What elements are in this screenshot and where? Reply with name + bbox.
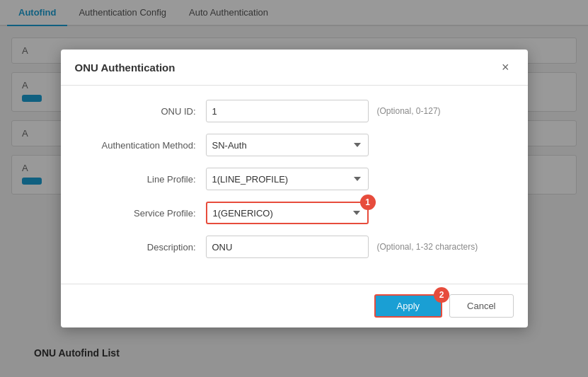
line-profile-row: Line Profile: 1(LINE_PROFILE): [82, 168, 507, 190]
onu-id-row: ONU ID: (Optional, 0-127): [82, 100, 507, 122]
apply-button[interactable]: Apply: [374, 294, 443, 318]
modal-footer: Apply 2 Cancel: [61, 284, 528, 327]
onu-id-label: ONU ID:: [82, 106, 206, 117]
service-profile-wrapper: 1(GENERICO) 1: [206, 202, 369, 224]
modal-overlay: ONU Authentication × ONU ID: (Optional, …: [0, 0, 588, 377]
modal-title: ONU Authentication: [75, 62, 175, 74]
description-hint: (Optional, 1-32 characters): [377, 242, 478, 252]
auth-method-row: Authentication Method: SN-Auth Password-…: [82, 134, 507, 156]
onu-id-hint: (Optional, 0-127): [377, 106, 441, 116]
line-profile-label: Line Profile:: [82, 174, 206, 185]
description-row: Description: (Optional, 1-32 characters): [82, 236, 507, 258]
close-icon[interactable]: ×: [497, 59, 514, 75]
service-profile-row: Service Profile: 1(GENERICO) 1: [82, 202, 507, 224]
modal-body: ONU ID: (Optional, 0-127) Authentication…: [61, 86, 528, 284]
badge-1: 1: [360, 195, 376, 210]
onu-id-input[interactable]: [206, 100, 369, 122]
onu-authentication-modal: ONU Authentication × ONU ID: (Optional, …: [61, 50, 528, 327]
cancel-button[interactable]: Cancel: [449, 294, 513, 318]
modal-header: ONU Authentication ×: [61, 50, 528, 86]
auth-method-select[interactable]: SN-Auth Password-Auth SN+Password: [206, 134, 369, 156]
service-profile-select[interactable]: 1(GENERICO): [206, 202, 369, 224]
service-profile-label: Service Profile:: [82, 208, 206, 219]
description-input[interactable]: [206, 236, 369, 258]
apply-wrapper: Apply 2: [374, 294, 443, 318]
line-profile-select[interactable]: 1(LINE_PROFILE): [206, 168, 369, 190]
auth-method-label: Authentication Method:: [82, 140, 206, 151]
badge-2: 2: [434, 287, 449, 303]
page-background: Autofind Authentication Config Auto Auth…: [0, 0, 588, 377]
description-label: Description:: [82, 242, 206, 253]
